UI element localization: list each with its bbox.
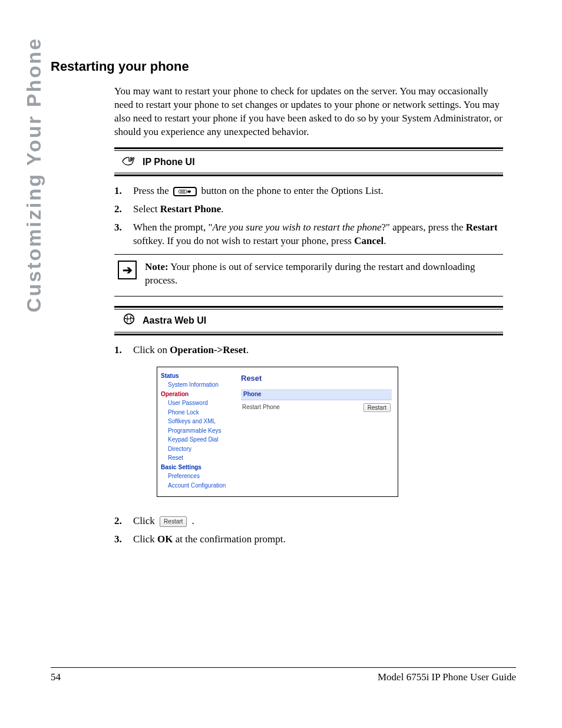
step-number: 2.	[114, 203, 133, 216]
text: .	[221, 203, 223, 215]
webui-main-title: Reset	[241, 373, 392, 384]
list-item: 1. Press the button on the phone to ente…	[114, 185, 503, 198]
step-body: Press the button on the phone to enter t…	[133, 185, 503, 198]
step-number: 3.	[114, 533, 133, 546]
page-number: 54	[51, 671, 61, 683]
list-item: 3. Click OK at the confirmation prompt.	[114, 533, 503, 546]
step-number: 3.	[114, 221, 133, 248]
text-bold: OK	[157, 533, 173, 545]
restart-button[interactable]: Restart	[363, 403, 391, 412]
text-italic: Are you sure you wish to restart the pho…	[212, 222, 381, 233]
step-body: Select Restart Phone.	[133, 203, 503, 216]
nav-item[interactable]: Keypad Speed Dial	[168, 436, 232, 444]
nav-item[interactable]: User Password	[168, 399, 232, 407]
text: at the confirmation prompt.	[173, 533, 286, 545]
web-ui-steps-cont: 2. Click Restart . 3. Click OK at the co…	[114, 515, 503, 546]
text: softkey. If you do not wish to restart y…	[133, 235, 354, 246]
text: .	[192, 515, 194, 526]
text: Your phone is out of service temporarily…	[145, 261, 475, 286]
text-bold: Operation->Reset	[170, 344, 246, 355]
step-number: 2.	[114, 515, 133, 528]
nav-header-operation: Operation	[161, 390, 232, 398]
text: Press the	[133, 185, 171, 196]
step-body: When the prompt, "Are you sure you wish …	[133, 221, 503, 248]
nav-item[interactable]: Softkeys and XML	[168, 417, 232, 426]
nav-item[interactable]: Preferences	[168, 472, 232, 480]
text-bold: Restart Phone	[160, 203, 221, 215]
list-item: 2. Click Restart .	[114, 515, 503, 528]
step-body: Click OK at the confirmation prompt.	[133, 533, 503, 546]
note-box: ➔ Note: Your phone is out of service tem…	[114, 254, 503, 297]
nav-item[interactable]: Account Configuration	[168, 482, 232, 490]
hand-icon	[121, 154, 137, 170]
list-item: 3. When the prompt, "Are you sure you wi…	[114, 221, 503, 248]
text: Click	[133, 533, 157, 545]
subsection-ip-phone-ui: IP Phone UI	[114, 147, 503, 177]
web-ui-steps: 1. Click on Operation->Reset.	[114, 344, 503, 357]
text-bold: Restart	[466, 222, 498, 233]
subsection-title: Aastra Web UI	[143, 314, 206, 327]
intro-paragraph: You may want to restart your phone to ch…	[114, 85, 503, 139]
text: ?" appears, press the	[381, 222, 465, 233]
webui-row: Restart Phone Restart	[241, 403, 392, 413]
subsection-aastra-web-ui: Aastra Web UI	[114, 306, 503, 335]
webui-main: Reset Phone Restart Phone Restart	[234, 367, 398, 497]
footer-title: Model 6755i IP Phone User Guide	[378, 671, 516, 683]
page-footer: 54 Model 6755i IP Phone User Guide	[51, 667, 516, 683]
webui-screenshot: Status System Information Operation User…	[157, 367, 398, 498]
nav-header-basic-settings: Basic Settings	[161, 463, 232, 472]
text: Click	[133, 515, 157, 526]
ip-phone-steps: 1. Press the button on the phone to ente…	[114, 185, 503, 248]
webui-nav: Status System Information Operation User…	[157, 367, 234, 497]
step-number: 1.	[114, 185, 133, 198]
nav-item[interactable]: System Information	[168, 381, 232, 389]
subsection-title: IP Phone UI	[143, 156, 195, 169]
text: .	[246, 344, 249, 355]
text: .	[384, 235, 386, 246]
webui-field-header: Phone	[241, 389, 392, 400]
restart-button-inline-icon: Restart	[160, 516, 187, 527]
nav-item[interactable]: Phone Lock	[168, 409, 232, 417]
nav-item[interactable]: Directory	[168, 445, 232, 453]
note-label: Note:	[145, 261, 168, 272]
globe-icon	[121, 313, 137, 328]
content-block: You may want to restart your phone to ch…	[114, 85, 503, 546]
nav-item[interactable]: Programmable Keys	[168, 427, 232, 435]
text: Click on	[133, 344, 170, 355]
page-content: Restarting your phone You may want to re…	[51, 59, 516, 551]
note-text: Note: Your phone is out of service tempo…	[145, 261, 503, 288]
nav-header-status: Status	[161, 372, 232, 380]
list-item: 2. Select Restart Phone.	[114, 203, 503, 216]
list-item: 1. Click on Operation->Reset.	[114, 344, 503, 357]
arrow-right-icon: ➔	[118, 261, 137, 279]
side-section-tab: Customizing Your Phone	[22, 37, 45, 312]
webui-row-label: Restart Phone	[242, 403, 280, 411]
step-number: 1.	[114, 344, 133, 357]
options-button-icon	[173, 187, 197, 196]
text: button on the phone to enter the Options…	[201, 185, 383, 196]
step-body: Click on Operation->Reset.	[133, 344, 503, 357]
nav-item[interactable]: Reset	[168, 454, 232, 462]
text-bold: Cancel	[354, 235, 384, 246]
text: When the prompt, "	[133, 222, 212, 233]
section-heading: Restarting your phone	[51, 59, 516, 74]
step-body: Click Restart .	[133, 515, 503, 528]
text: Select	[133, 203, 160, 215]
